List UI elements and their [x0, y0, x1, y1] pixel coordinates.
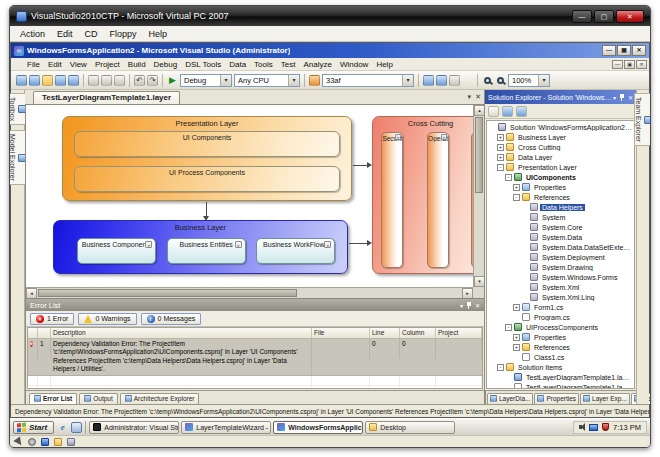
expand-icon[interactable]: +: [513, 304, 520, 311]
vs-menu-debug[interactable]: Debug: [150, 60, 182, 69]
expand-icon[interactable]: +: [513, 184, 520, 191]
show-all-files-icon[interactable]: [502, 106, 513, 117]
undo-icon[interactable]: ↶: [134, 75, 145, 86]
side-tab-team-explorer[interactable]: Team Explorer: [634, 93, 652, 146]
panel-menu-dropdown-icon[interactable]: ▾: [460, 302, 463, 309]
expand-collapse-icon[interactable]: »: [324, 241, 331, 248]
canvas-vertical-scrollbar[interactable]: ▴ ▾: [473, 105, 484, 287]
mdi-close-button[interactable]: ✕: [636, 60, 647, 69]
scroll-down-icon[interactable]: ▾: [474, 276, 484, 287]
expand-collapse-icon[interactable]: »: [145, 241, 152, 248]
cut-icon[interactable]: [88, 75, 99, 86]
expand-collapse-icon[interactable]: »: [395, 134, 401, 140]
layer-diagram-canvas[interactable]: Presentation Layer UI ComponentsUI Proce…: [25, 105, 484, 298]
start-button[interactable]: Start: [13, 421, 54, 434]
vs-menu-edit[interactable]: Edit: [44, 60, 66, 69]
panel-menu-dropdown-icon[interactable]: ▾: [613, 94, 616, 101]
tab-layer-exp[interactable]: Layer Exp...: [580, 393, 630, 404]
mdi-minimize-button[interactable]: —: [612, 60, 623, 69]
diagram-node-securit[interactable]: Securit»: [381, 132, 403, 268]
vs-menu-view[interactable]: View: [66, 60, 91, 69]
tree-item-uicomponents[interactable]: -UIComponents: [487, 172, 634, 182]
tree-item-references[interactable]: +References: [487, 342, 634, 352]
pin-icon[interactable]: [620, 94, 624, 101]
tree-item-system-data[interactable]: System.Data: [487, 232, 634, 242]
column-description[interactable]: Description: [51, 328, 312, 338]
pin-icon[interactable]: [467, 302, 471, 309]
tree-item-data-layer[interactable]: +Data Layer: [487, 152, 634, 162]
vpc-menu-cd[interactable]: CD: [79, 28, 104, 40]
vpc-menu-floppy[interactable]: Floppy: [104, 28, 143, 40]
tree-item-system-xml-linq[interactable]: System.Xml.Linq: [487, 292, 634, 302]
open-file-icon[interactable]: [42, 75, 53, 86]
expand-collapse-icon[interactable]: »: [441, 134, 447, 140]
save-icon[interactable]: [55, 75, 66, 86]
navigate-forward-icon[interactable]: [436, 75, 447, 86]
vs-menu-tools[interactable]: Tools: [250, 60, 277, 69]
vs-menu-file[interactable]: File: [23, 60, 44, 69]
properties-window-icon[interactable]: [449, 75, 460, 86]
mdi-restore-button[interactable]: ▣: [624, 60, 635, 69]
scroll-left-icon[interactable]: ◂: [26, 288, 37, 298]
column-line[interactable]: Line: [370, 328, 400, 338]
add-item-icon[interactable]: [29, 75, 40, 86]
solution-explorer-icon[interactable]: [462, 75, 473, 86]
tab-architecture-explorer[interactable]: Architecture Explorer: [120, 393, 200, 404]
messages-filter-button[interactable]: 0 Messages: [141, 313, 202, 325]
find-icon[interactable]: [309, 75, 320, 86]
collapse-icon[interactable]: -: [505, 174, 512, 181]
zoom-out-icon[interactable]: [497, 77, 504, 84]
layer-presentation[interactable]: Presentation Layer UI ComponentsUI Proce…: [62, 116, 353, 202]
tree-item-data-helpers[interactable]: Data Helpers: [487, 202, 634, 212]
expand-icon[interactable]: +: [497, 134, 504, 141]
vs-menu-help[interactable]: Help: [372, 60, 396, 69]
taskbar-button-desktop[interactable]: Desktop: [365, 421, 455, 434]
vs-menu-build[interactable]: Build: [124, 60, 150, 69]
tree-item-system-windows-forms[interactable]: System.Windows.Forms: [487, 272, 634, 282]
collapse-icon[interactable]: -: [505, 324, 512, 331]
expand-icon[interactable]: +: [497, 154, 504, 161]
paste-icon[interactable]: [114, 75, 125, 86]
diagram-node-business-workflows[interactable]: Business WorkFlows»: [256, 238, 335, 264]
new-project-icon[interactable]: [16, 75, 27, 86]
tab-error-list[interactable]: Error List: [29, 393, 77, 404]
errors-filter-button[interactable]: 1 Error: [30, 313, 74, 325]
vpc-minimize-button[interactable]: —: [572, 10, 592, 23]
tree-item-system[interactable]: System: [487, 212, 634, 222]
solution-explorer-titlebar[interactable]: Solution Explorer - Solution 'WindowsFor…: [485, 90, 636, 104]
tree-item-system-xml[interactable]: System.Xml: [487, 282, 634, 292]
diagram-node-business-components[interactable]: Business Components»: [77, 238, 156, 264]
document-list-dropdown-icon[interactable]: ▾: [468, 93, 472, 101]
start-debugging-icon[interactable]: ▶: [167, 75, 178, 86]
properties-icon[interactable]: [488, 106, 499, 117]
find-combo[interactable]: 33af▾: [322, 74, 414, 87]
vpc-menu-help[interactable]: Help: [143, 28, 174, 40]
vs-minimize-button[interactable]: —: [602, 45, 616, 56]
expand-icon[interactable]: +: [513, 344, 520, 351]
tree-item-form1-cs[interactable]: +Form1.cs: [487, 302, 634, 312]
solution-platform-dropdown[interactable]: Any CPU▾: [234, 74, 300, 87]
document-tab[interactable]: TestLayerDiagramTemplate1.layer: [33, 91, 180, 104]
network-icon[interactable]: [589, 424, 598, 431]
tab-layerdia[interactable]: LayerDia...: [487, 393, 533, 404]
tree-item-system-core[interactable]: System.Core: [487, 222, 634, 232]
panel-close-icon[interactable]: ✕: [628, 94, 633, 101]
vs-menu-project[interactable]: Project: [91, 60, 124, 69]
layer-business[interactable]: Business Layer Business Components»Busin…: [53, 220, 348, 275]
volume-icon[interactable]: [579, 425, 582, 429]
tree-item-system-deployment[interactable]: System.Deployment: [487, 252, 634, 262]
tree-item-cross-cutting[interactable]: +Cross Cutting: [487, 142, 634, 152]
vs-menu-data[interactable]: Data: [225, 60, 250, 69]
vs-titlebar[interactable]: ∞ WindowsFormsApplication2 - Microsoft V…: [11, 43, 649, 58]
panel-close-icon[interactable]: ✕: [475, 302, 480, 309]
show-desktop-icon[interactable]: [71, 422, 82, 433]
expand-icon[interactable]: +: [513, 334, 520, 341]
taskbar-button-administrator-visual-studi[interactable]: Administrator: Visual Studi...: [89, 421, 179, 434]
navigate-backward-icon[interactable]: [423, 75, 434, 86]
taskbar-button-layertemplatewizard-mi[interactable]: LayerTemplateWizard - Mi...: [181, 421, 271, 434]
document-close-icon[interactable]: ✕: [475, 93, 481, 101]
redo-icon[interactable]: ↷: [147, 75, 158, 86]
save-all-icon[interactable]: [68, 75, 79, 86]
taskbar-button-windowsformsapplic[interactable]: WindowsFormsApplic...: [273, 421, 363, 434]
refresh-icon[interactable]: [516, 106, 527, 117]
